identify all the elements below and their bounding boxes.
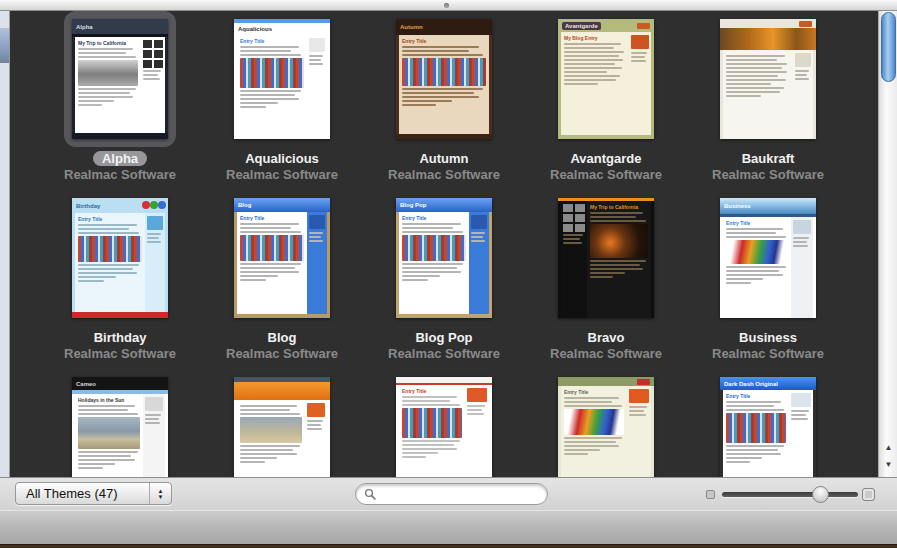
small-square-icon[interactable] — [706, 490, 715, 499]
thumb-footer — [234, 314, 330, 318]
thumb-header: Cameo — [72, 377, 168, 390]
scrollbar-thumb[interactable] — [881, 12, 896, 82]
thumb-header — [558, 377, 654, 386]
theme-cell: AvantgardeMy Blog EntryAvantgardeRealmac… — [525, 11, 687, 190]
thumb-header: Alpha — [72, 19, 168, 34]
thumb-sidebar — [789, 390, 813, 477]
thumb-sidebar — [561, 201, 587, 318]
splitter-bar[interactable] — [0, 0, 897, 11]
thumb-photo — [78, 236, 142, 262]
theme-thumbnail[interactable]: BlogEntry Title — [234, 198, 330, 318]
theme-thumbnail[interactable] — [234, 377, 330, 477]
thumb-sidebar — [307, 212, 327, 314]
thumb-header: Blog — [234, 198, 330, 212]
thumb-body: My Blog Entry — [561, 32, 651, 135]
theme-thumbnail[interactable]: My Trip to California — [558, 198, 654, 318]
thumb-footer — [396, 314, 492, 318]
theme-cell: My Trip to CaliforniaBravoRealmac Softwa… — [525, 190, 687, 369]
thumb-entry-title: Entry Title — [726, 220, 788, 226]
theme-thumbnail-frame: BusinessEntry Title — [712, 190, 824, 326]
theme-thumbnail-frame: My Trip to California — [550, 190, 662, 326]
thumb-main-column: Entry Title — [561, 386, 627, 477]
thumb-main-column — [723, 50, 793, 139]
vertical-scrollbar[interactable]: ▲ ▼ — [878, 11, 897, 477]
theme-thumbnail[interactable]: AqualiciousEntry Title — [234, 19, 330, 139]
thumb-nav-tab — [637, 379, 650, 385]
theme-cell: BusinessEntry TitleBusinessRealmac Softw… — [687, 190, 849, 369]
theme-name-text: Blog — [268, 330, 297, 345]
theme-thumbnail-frame: BirthdayEntry Title — [64, 190, 176, 326]
thumb-body: Entry Title — [723, 217, 813, 318]
theme-cell: Dark Dash OriginalEntry Title — [687, 369, 849, 477]
source-list-edge — [0, 11, 10, 477]
thumb-sidebar — [629, 32, 651, 135]
thumb-sidebar — [307, 35, 327, 139]
thumb-entry-title: My Trip to California — [590, 204, 648, 210]
thumb-sidebar-box — [147, 216, 163, 230]
thumb-site-title: Avantgarde — [562, 22, 601, 30]
theme-thumbnail[interactable] — [720, 19, 816, 139]
thumb-sidebar-box — [471, 215, 487, 229]
thumb-body: My Trip to California — [561, 201, 651, 318]
theme-thumbnail-frame — [226, 369, 338, 477]
theme-thumbnail[interactable]: Blog PopEntry Title — [396, 198, 492, 318]
theme-cell: BirthdayEntry TitleBirthdayRealmac Softw… — [39, 190, 201, 369]
theme-thumbnail[interactable]: AlphaMy Trip to California — [72, 19, 168, 139]
thumb-nav-tab — [637, 23, 650, 29]
thumb-sidebar-box — [631, 35, 649, 49]
theme-thumbnail[interactable]: BusinessEntry Title — [720, 198, 816, 318]
thumb-main-column: Entry Title — [399, 212, 469, 314]
thumb-header: Autumn — [396, 19, 492, 35]
thumb-main-column: My Trip to California — [75, 37, 141, 133]
theme-thumbnail[interactable]: AutumnEntry Title — [396, 19, 492, 139]
theme-cell: BlogEntry TitleBlogRealmac Software — [201, 190, 363, 369]
theme-thumbnail[interactable]: CameoHolidays in the Sun — [72, 377, 168, 477]
theme-filter-popup[interactable]: All Themes (47) ▲ ▼ — [15, 482, 172, 505]
thumb-header: Avantgarde — [558, 19, 654, 32]
thumb-site-title: Aqualicious — [238, 26, 272, 32]
theme-name-text: Avantgarde — [570, 151, 641, 166]
thumb-body: Entry Title — [561, 386, 651, 477]
scroll-down-button[interactable]: ▼ — [879, 456, 897, 473]
thumb-main-column: Entry Title — [75, 213, 145, 312]
thumb-sidebar — [791, 217, 813, 318]
thumb-sidebar — [145, 213, 165, 312]
thumb-sidebar-box — [467, 388, 487, 402]
theme-thumbnail[interactable]: Entry Title — [558, 377, 654, 477]
thumb-main-column: Entry Title — [399, 35, 489, 134]
thumb-entry-title: My Blog Entry — [564, 35, 626, 41]
scroll-up-button[interactable]: ▲ — [879, 439, 897, 456]
thumbnail-size-slider[interactable] — [722, 492, 858, 497]
theme-publisher: Realmac Software — [712, 167, 824, 182]
search-input[interactable] — [376, 485, 547, 503]
thumb-header: Blog Pop — [396, 198, 492, 212]
thumb-photo — [240, 235, 304, 261]
theme-name-text: Autumn — [419, 151, 468, 166]
thumb-main-column: Entry Title — [237, 35, 307, 139]
theme-name-text: Baukraft — [742, 151, 795, 166]
thumb-footer — [72, 312, 168, 318]
scrollbar-arrows: ▲ ▼ — [879, 439, 897, 473]
large-square-icon[interactable] — [862, 488, 875, 501]
theme-publisher: Realmac Software — [388, 346, 500, 361]
theme-thumbnail[interactable]: Dark Dash OriginalEntry Title — [720, 377, 816, 477]
thumb-entry-title: Entry Title — [240, 38, 304, 44]
thumb-photo-grid — [143, 40, 163, 68]
thumb-sidebar-box — [791, 393, 811, 407]
thumb-photo — [402, 408, 462, 438]
theme-thumbnail[interactable]: BirthdayEntry Title — [72, 198, 168, 318]
search-field[interactable] — [355, 483, 548, 505]
theme-name: Birthday — [94, 330, 147, 346]
sidebar-selected-item[interactable] — [0, 28, 9, 63]
thumb-site-title: Autumn — [400, 24, 423, 30]
theme-thumbnail[interactable]: AvantgardeMy Blog Entry — [558, 19, 654, 139]
theme-thumbnail[interactable]: Entry Title — [396, 377, 492, 477]
thumb-main-column: Entry Title — [723, 217, 791, 318]
thumb-sidebar-box — [795, 53, 811, 67]
slider-thumb[interactable] — [812, 486, 829, 503]
theme-name-text: Blog Pop — [415, 330, 472, 345]
thumb-body: Entry Title — [75, 213, 165, 312]
thumb-photo — [78, 417, 140, 449]
thumb-footer — [72, 133, 168, 139]
thumb-sidebar-box — [793, 220, 811, 234]
